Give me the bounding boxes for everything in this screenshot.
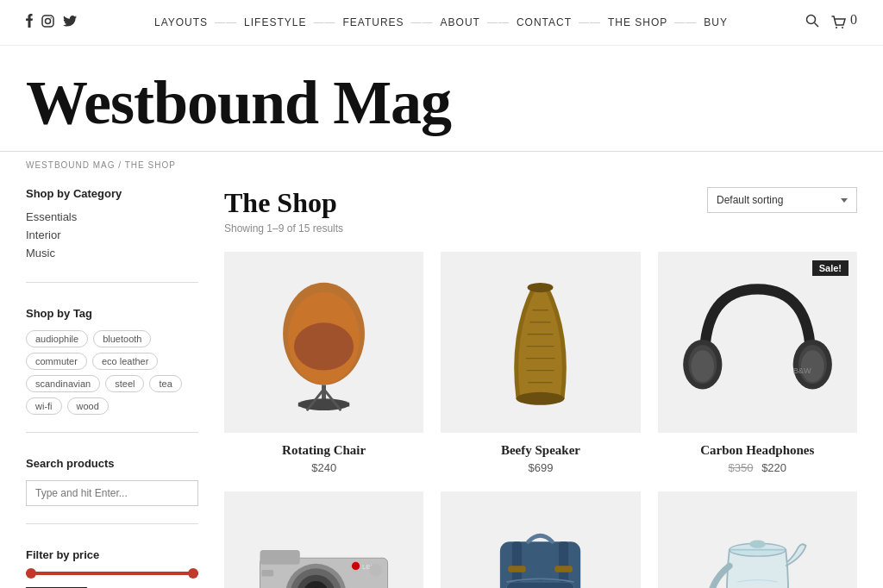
product-img-chair [224, 252, 423, 433]
tag-title: Shop by Tag [26, 307, 198, 320]
product-rotating-chair[interactable]: Rotating Chair $240 [224, 252, 423, 474]
product-backpack[interactable]: Hiker Backpack $89 [441, 491, 640, 588]
instagram-icon[interactable] [41, 15, 54, 31]
svg-point-16 [517, 392, 565, 405]
filter-title: Filter by price [26, 548, 198, 561]
tag-commuter[interactable]: commuter [26, 353, 87, 370]
product-img-backpack [441, 491, 640, 588]
social-links [26, 14, 77, 31]
product-camera[interactable]: LEICA Leica Camera $1,250 [224, 491, 423, 588]
shop-showing: Showing 1–9 of 15 results [224, 222, 343, 235]
svg-rect-33 [260, 550, 300, 565]
product-price-headphones: $350 $220 [658, 461, 857, 474]
cart-count: 0 [850, 12, 857, 27]
svg-rect-47 [509, 566, 527, 572]
price-range-handle-left[interactable] [26, 568, 36, 579]
tag-wood[interactable]: wood [67, 397, 109, 415]
svg-point-5 [836, 27, 837, 28]
product-kettle[interactable]: Glass Kettle $145 [658, 491, 857, 588]
nav-contact[interactable]: CONTACT [515, 16, 573, 28]
svg-text:B&W: B&W [792, 366, 811, 375]
product-img-camera: LEICA [224, 491, 423, 588]
category-essentials[interactable]: Essentials [26, 210, 198, 223]
product-name-headphones: Carbon Headphones [658, 443, 857, 458]
svg-point-41 [369, 564, 382, 577]
svg-rect-0 [42, 16, 53, 27]
nav-lifestyle[interactable]: LIFESTYLE [242, 16, 308, 28]
product-headphones[interactable]: Sale! B&W [658, 252, 857, 474]
product-sale-price: $220 [761, 461, 786, 474]
shop-content: The Shop Showing 1–9 of 15 results Defau… [224, 178, 857, 588]
cart-icon[interactable]: 0 [831, 12, 857, 33]
nav-sep-6: —— [674, 16, 697, 28]
shop-header-left: The Shop Showing 1–9 of 15 results [224, 187, 343, 235]
nav-sep-1: —— [215, 16, 237, 28]
category-interior[interactable]: Interior [26, 228, 198, 241]
tag-list: audiophile bluetooth commuter eco leathe… [26, 330, 198, 415]
product-img-headphones: Sale! B&W [658, 252, 857, 433]
category-music[interactable]: Music [26, 247, 198, 260]
product-grid: Rotating Chair $240 [224, 252, 857, 588]
svg-point-50 [749, 541, 766, 548]
svg-point-1 [46, 18, 51, 23]
product-beefy-speaker[interactable]: Beefy Speaker $699 [441, 252, 640, 474]
tag-wifi[interactable]: wi-fi [26, 397, 62, 415]
svg-rect-48 [555, 566, 573, 572]
facebook-icon[interactable] [26, 14, 33, 31]
svg-rect-46 [559, 542, 568, 583]
search-input[interactable] [26, 480, 198, 506]
nav-layouts[interactable]: LAYOUTS [153, 16, 210, 28]
price-filter-section: Filter by price FILTER Price: $20 — $710 [26, 548, 198, 588]
svg-point-3 [807, 16, 816, 24]
sidebar: Shop by Category Essentials Interior Mus… [26, 178, 198, 588]
svg-rect-45 [512, 542, 522, 583]
shop-title: The Shop [224, 187, 343, 219]
category-section: Shop by Category Essentials Interior Mus… [26, 187, 198, 283]
sort-select[interactable]: Default sorting Sort by popularity Sort … [707, 187, 857, 213]
price-range-fill [26, 572, 198, 575]
nav-features[interactable]: FEATURES [341, 16, 405, 28]
nav-about[interactable]: ABOUT [439, 16, 482, 28]
category-list: Essentials Interior Music [26, 210, 198, 260]
category-title: Shop by Category [26, 187, 198, 200]
breadcrumb: WESTBOUND MAG / THE SHOP [0, 152, 883, 178]
top-nav: LAYOUTS —— LIFESTYLE —— FEATURES —— ABOU… [0, 0, 883, 46]
nav-buy[interactable]: BUY [702, 16, 730, 28]
twitter-icon[interactable] [63, 16, 77, 30]
product-name-speaker: Beefy Speaker [441, 443, 640, 458]
product-price-speaker: $699 [441, 461, 640, 474]
nav-sep-4: —— [487, 16, 510, 28]
product-img-speaker [441, 252, 640, 433]
search-section: Search products [26, 457, 198, 524]
main-layout: Shop by Category Essentials Interior Mus… [0, 178, 883, 588]
tag-tea[interactable]: tea [149, 375, 181, 392]
product-price-chair: $240 [224, 461, 423, 474]
site-title: Westbound Mag [26, 72, 857, 134]
nav-sep-3: —— [411, 16, 434, 28]
nav-sep-2: —— [313, 16, 335, 28]
price-range-handle-right[interactable] [188, 568, 198, 579]
svg-line-4 [815, 23, 819, 28]
nav-the-shop[interactable]: THE SHOP [606, 16, 669, 28]
tag-section: Shop by Tag audiophile bluetooth commute… [26, 307, 198, 433]
tag-scandinavian[interactable]: scandinavian [26, 375, 100, 392]
tag-audiophile[interactable]: audiophile [26, 330, 88, 347]
svg-point-15 [528, 283, 554, 292]
svg-rect-42 [261, 570, 273, 576]
svg-point-39 [352, 562, 360, 570]
sale-badge: Sale! [812, 260, 849, 276]
hero-section: Westbound Mag [0, 46, 883, 152]
shop-header: The Shop Showing 1–9 of 15 results Defau… [224, 187, 857, 235]
tag-steel[interactable]: steel [105, 375, 144, 392]
price-range-bar[interactable] [26, 572, 198, 575]
tag-bluetooth[interactable]: bluetooth [93, 330, 151, 347]
search-title: Search products [26, 457, 198, 470]
svg-point-2 [51, 17, 52, 18]
search-icon[interactable] [805, 14, 819, 31]
svg-rect-44 [507, 582, 574, 588]
tag-eco-leather[interactable]: eco leather [92, 353, 158, 370]
nav-sep-5: —— [579, 16, 601, 28]
svg-point-6 [842, 27, 843, 28]
product-img-kettle [658, 491, 857, 588]
product-original-price: $350 [729, 461, 754, 474]
